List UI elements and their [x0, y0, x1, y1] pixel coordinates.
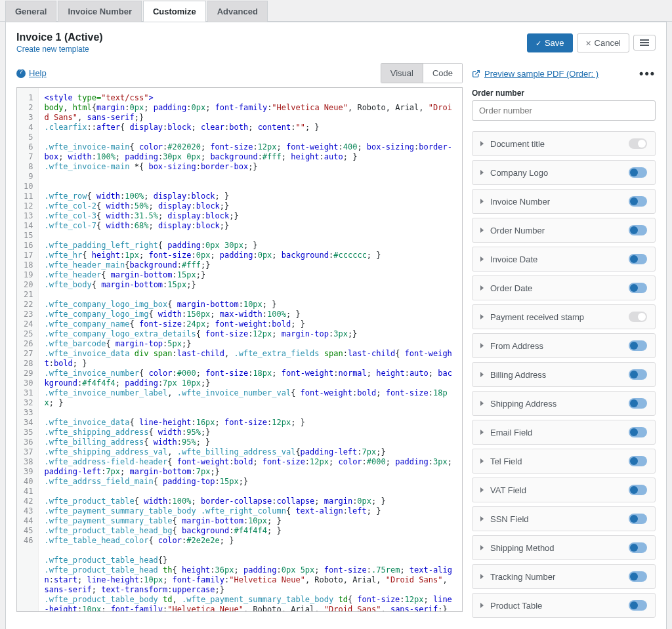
field-toggle-item[interactable]: Shipping Method	[472, 535, 656, 560]
tab-bar: General Invoice Number Customize Advance…	[0, 0, 672, 22]
field-toggle-label: Order Date	[490, 283, 622, 293]
preview-pdf-label: Preview sample PDF (Order: )	[484, 69, 598, 79]
help-link-label: Help	[29, 68, 47, 78]
field-toggle-label: Tel Field	[490, 457, 622, 466]
field-toggle-item[interactable]: Order Number	[472, 218, 656, 243]
field-toggle-label: Company Logo	[490, 168, 622, 178]
chevron-right-icon	[480, 574, 484, 579]
field-toggle-item[interactable]: SSN Field	[472, 506, 656, 531]
field-toggle-item[interactable]: Shipping Address	[472, 391, 656, 416]
chevron-right-icon	[480, 256, 484, 262]
field-toggle-list: Document titleCompany LogoInvoice Number…	[472, 131, 656, 618]
chevron-right-icon	[480, 545, 484, 550]
field-toggle-item[interactable]: Email Field	[472, 420, 656, 445]
order-number-input[interactable]	[472, 100, 656, 121]
field-toggle-item[interactable]: Invoice Date	[472, 247, 656, 272]
toggle-switch[interactable]	[629, 514, 647, 524]
field-toggle-label: Shipping Address	[490, 399, 622, 409]
field-toggle-label: VAT Field	[490, 485, 622, 495]
field-toggle-label: From Address	[490, 341, 622, 351]
chevron-right-icon	[480, 430, 484, 435]
field-toggle-item[interactable]: Billing Address	[472, 362, 656, 387]
cancel-button[interactable]: Cancel	[577, 33, 629, 52]
preview-pdf-link[interactable]: Preview sample PDF (Order: )	[472, 69, 598, 79]
tab-advanced[interactable]: Advanced	[207, 1, 268, 22]
toggle-switch[interactable]	[629, 571, 647, 582]
toggle-switch[interactable]	[629, 225, 647, 235]
page-title: Invoice 1 (Active)	[16, 31, 103, 43]
field-toggle-item[interactable]: Document title	[472, 131, 656, 156]
field-toggle-label: Document title	[490, 139, 622, 149]
toggle-switch[interactable]	[629, 254, 647, 264]
chevron-right-icon	[480, 458, 484, 464]
close-icon	[585, 38, 591, 48]
toggle-switch[interactable]	[629, 542, 647, 553]
chevron-right-icon	[480, 487, 484, 493]
chevron-right-icon	[480, 141, 484, 146]
create-template-link[interactable]: Create new template	[16, 45, 89, 54]
field-toggle-label: Shipping Method	[490, 543, 622, 553]
field-toggle-item[interactable]: Tracking Number	[472, 564, 656, 589]
toggle-switch[interactable]	[629, 138, 647, 149]
help-icon	[16, 69, 26, 78]
more-menu-button[interactable]	[633, 35, 656, 51]
field-toggle-label: Invoice Number	[490, 197, 622, 207]
field-toggle-item[interactable]: Tel Field	[472, 449, 656, 474]
main-panel: Invoice 1 (Active) Create new template S…	[5, 22, 667, 629]
chevron-right-icon	[480, 401, 484, 406]
toggle-switch[interactable]	[629, 600, 647, 611]
field-toggle-label: Invoice Date	[490, 254, 622, 264]
toggle-switch[interactable]	[629, 427, 647, 437]
chevron-right-icon	[480, 603, 484, 608]
field-toggle-label: SSN Field	[490, 514, 622, 524]
save-button-label: Save	[545, 38, 564, 48]
field-toggle-item[interactable]: From Address	[472, 333, 656, 358]
chevron-right-icon	[480, 170, 484, 175]
chevron-right-icon	[480, 285, 484, 291]
field-toggle-item[interactable]: Payment received stamp	[472, 304, 656, 329]
chevron-right-icon	[480, 343, 484, 348]
field-toggle-label: Email Field	[490, 428, 622, 437]
hamburger-icon	[640, 39, 649, 46]
chevron-right-icon	[480, 314, 484, 319]
field-toggle-label: Billing Address	[490, 370, 622, 380]
toggle-switch[interactable]	[629, 369, 647, 380]
field-toggle-item[interactable]: Product Table	[472, 593, 656, 618]
save-button[interactable]: Save	[527, 33, 573, 52]
help-link[interactable]: Help	[16, 68, 47, 78]
tab-invoice-number[interactable]: Invoice Number	[58, 1, 142, 22]
toggle-switch[interactable]	[629, 398, 647, 409]
editor-tab-code[interactable]: Code	[423, 64, 462, 83]
field-toggle-item[interactable]: VAT Field	[472, 477, 656, 502]
toggle-switch[interactable]	[629, 312, 647, 322]
chevron-right-icon	[480, 516, 484, 521]
order-number-label: Order number	[472, 89, 656, 98]
toggle-switch[interactable]	[629, 340, 647, 351]
check-icon	[536, 38, 541, 48]
more-options-button[interactable]: •••	[639, 67, 656, 81]
toggle-switch[interactable]	[629, 456, 647, 466]
field-toggle-item[interactable]: Company Logo	[472, 160, 656, 185]
chevron-right-icon	[480, 372, 484, 377]
field-toggle-label: Tracking Number	[490, 572, 622, 582]
svg-line-0	[475, 71, 479, 75]
toggle-switch[interactable]	[629, 196, 647, 207]
field-toggle-item[interactable]: Order Date	[472, 275, 656, 300]
chevron-right-icon	[480, 199, 484, 204]
field-toggle-label: Product Table	[490, 601, 622, 611]
field-toggle-label: Order Number	[490, 226, 622, 235]
editor-tab-visual[interactable]: Visual	[381, 64, 423, 83]
editor-mode-tabs: Visual Code	[381, 63, 463, 83]
external-link-icon	[472, 70, 480, 78]
toggle-switch[interactable]	[629, 167, 647, 178]
field-toggle-item[interactable]: Invoice Number	[472, 189, 656, 214]
code-editor[interactable]: 1234567891011121314151617181920212223242…	[16, 87, 463, 612]
toggle-switch[interactable]	[629, 485, 647, 495]
toggle-switch[interactable]	[629, 283, 647, 293]
field-toggle-label: Payment received stamp	[490, 312, 622, 322]
tab-customize[interactable]: Customize	[143, 1, 206, 22]
code-lines[interactable]: <style type="text/css">body, html{margin…	[39, 88, 462, 611]
tab-general[interactable]: General	[5, 1, 56, 22]
cancel-button-label: Cancel	[595, 38, 621, 48]
code-gutter: 1234567891011121314151617181920212223242…	[17, 88, 39, 611]
